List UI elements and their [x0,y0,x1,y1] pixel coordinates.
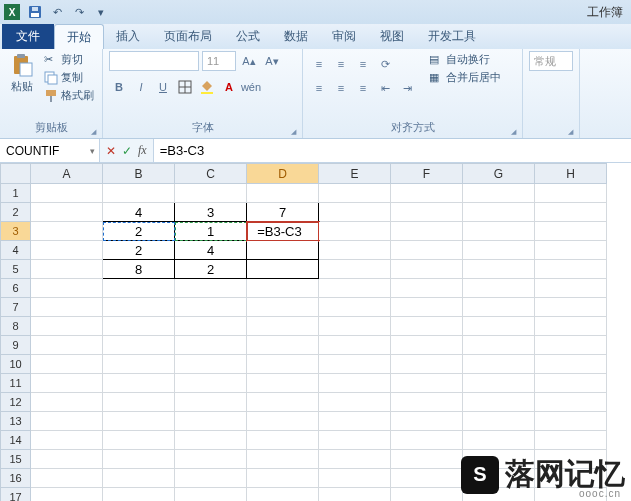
cell-C9[interactable] [175,336,247,355]
cell-E4[interactable] [319,241,391,260]
cell-H11[interactable] [535,374,607,393]
qat-customize-icon[interactable]: ▾ [92,3,110,21]
cell-G11[interactable] [463,374,535,393]
cell-E1[interactable] [319,184,391,203]
row-header-13[interactable]: 13 [1,412,31,431]
cell-F6[interactable] [391,279,463,298]
cell-G4[interactable] [463,241,535,260]
cell-E13[interactable] [319,412,391,431]
row-header-15[interactable]: 15 [1,450,31,469]
cell-H6[interactable] [535,279,607,298]
align-left-icon[interactable]: ≡ [309,78,329,98]
cell-G13[interactable] [463,412,535,431]
cell-D1[interactable] [247,184,319,203]
cell-A2[interactable] [31,203,103,222]
row-header-14[interactable]: 14 [1,431,31,450]
cell-A17[interactable] [31,488,103,502]
row-header-17[interactable]: 17 [1,488,31,502]
cell-E14[interactable] [319,431,391,450]
cut-button[interactable]: ✂剪切 [42,51,96,68]
cell-G14[interactable] [463,431,535,450]
align-right-icon[interactable]: ≡ [353,78,373,98]
tab-data[interactable]: 数据 [272,24,320,49]
redo-icon[interactable]: ↷ [70,3,88,21]
cell-A11[interactable] [31,374,103,393]
cell-D2[interactable]: 7 [247,203,319,222]
cancel-formula-icon[interactable]: ✕ [106,144,116,158]
cell-A4[interactable] [31,241,103,260]
tab-developer[interactable]: 开发工具 [416,24,488,49]
cell-C12[interactable] [175,393,247,412]
formula-input[interactable]: =B3-C3 [154,139,631,162]
cell-B2[interactable]: 4 [103,203,175,222]
row-header-16[interactable]: 16 [1,469,31,488]
cell-D14[interactable] [247,431,319,450]
cell-B15[interactable] [103,450,175,469]
format-painter-button[interactable]: 格式刷 [42,87,96,104]
cell-F11[interactable] [391,374,463,393]
cell-G5[interactable] [463,260,535,279]
merge-center-button[interactable]: ▦合并后居中 [427,69,503,86]
cell-A8[interactable] [31,317,103,336]
cell-D9[interactable] [247,336,319,355]
col-header-D[interactable]: D [247,164,319,184]
cell-G10[interactable] [463,355,535,374]
col-header-H[interactable]: H [535,164,607,184]
cell-A1[interactable] [31,184,103,203]
cell-A6[interactable] [31,279,103,298]
cell-A7[interactable] [31,298,103,317]
cell-B3[interactable]: 2 [103,222,175,241]
cell-C1[interactable] [175,184,247,203]
cell-D12[interactable] [247,393,319,412]
orientation-icon[interactable]: ⟳ [375,54,395,74]
cell-E5[interactable] [319,260,391,279]
cell-A12[interactable] [31,393,103,412]
cell-C6[interactable] [175,279,247,298]
tab-review[interactable]: 审阅 [320,24,368,49]
tab-insert[interactable]: 插入 [104,24,152,49]
cell-F5[interactable] [391,260,463,279]
cell-A16[interactable] [31,469,103,488]
cell-B11[interactable] [103,374,175,393]
cell-F1[interactable] [391,184,463,203]
phonetic-button[interactable]: wén [241,77,261,97]
cell-F8[interactable] [391,317,463,336]
cell-H4[interactable] [535,241,607,260]
underline-button[interactable]: U [153,77,173,97]
decrease-indent-icon[interactable]: ⇤ [375,78,395,98]
cell-G2[interactable] [463,203,535,222]
row-header-8[interactable]: 8 [1,317,31,336]
cell-F3[interactable] [391,222,463,241]
cell-E17[interactable] [319,488,391,502]
align-top-icon[interactable]: ≡ [309,54,329,74]
row-header-6[interactable]: 6 [1,279,31,298]
worksheet[interactable]: ABCDEFGH12437321=B3-C3424582678910111213… [0,163,631,501]
font-family-select[interactable] [109,51,199,71]
cell-F13[interactable] [391,412,463,431]
row-header-2[interactable]: 2 [1,203,31,222]
cell-C4[interactable]: 4 [175,241,247,260]
align-center-icon[interactable]: ≡ [331,78,351,98]
cell-H12[interactable] [535,393,607,412]
cell-B6[interactable] [103,279,175,298]
cell-F2[interactable] [391,203,463,222]
cell-E6[interactable] [319,279,391,298]
cell-A10[interactable] [31,355,103,374]
row-header-7[interactable]: 7 [1,298,31,317]
cell-F16[interactable] [391,469,463,488]
cell-B13[interactable] [103,412,175,431]
save-icon[interactable] [26,3,44,21]
cell-D3[interactable]: =B3-C3 [247,222,319,241]
font-size-select[interactable]: 11 [202,51,236,71]
cell-D4[interactable] [247,241,319,260]
col-header-G[interactable]: G [463,164,535,184]
row-header-10[interactable]: 10 [1,355,31,374]
enter-formula-icon[interactable]: ✓ [122,144,132,158]
cell-D6[interactable] [247,279,319,298]
tab-page-layout[interactable]: 页面布局 [152,24,224,49]
cell-D7[interactable] [247,298,319,317]
increase-indent-icon[interactable]: ⇥ [397,78,417,98]
cell-A5[interactable] [31,260,103,279]
col-header-C[interactable]: C [175,164,247,184]
cell-E9[interactable] [319,336,391,355]
